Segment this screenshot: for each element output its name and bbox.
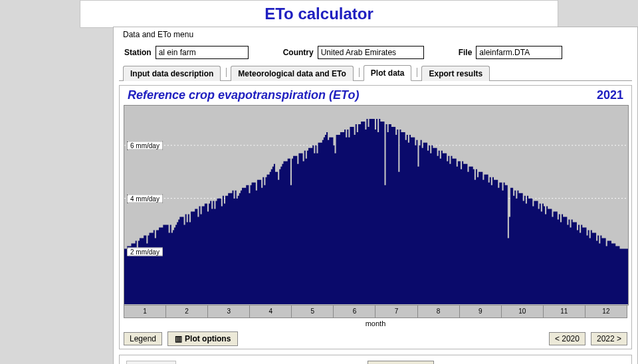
- month-cell: 4: [250, 306, 292, 318]
- tab-met-data[interactable]: Meteorological data and ETo: [231, 66, 353, 81]
- file-input[interactable]: [476, 46, 562, 59]
- window-title: Data and ETo menu: [119, 27, 632, 43]
- month-cell: 12: [585, 306, 627, 318]
- station-label: Station: [124, 48, 152, 57]
- tab-input-data[interactable]: Input data description: [123, 66, 221, 81]
- prev-year-button[interactable]: < 2020: [549, 332, 585, 345]
- plot-year: 2021: [597, 88, 623, 102]
- plot-header: Reference crop evapotranspiration (ETo) …: [124, 88, 627, 105]
- plot-button-row: Legend ▥Plot options < 2020 2022 >: [124, 331, 627, 346]
- month-cell: 7: [375, 306, 417, 318]
- plot-panel: Reference crop evapotranspiration (ETo) …: [119, 85, 632, 349]
- chart-svg: [124, 106, 628, 304]
- cancel-button[interactable]: ✕Cancel: [126, 361, 176, 364]
- next-year-button[interactable]: 2022 >: [591, 332, 627, 345]
- app-title: ETo calculator: [80, 5, 558, 23]
- month-cell: 11: [544, 306, 585, 318]
- x-axis-label: month: [124, 319, 627, 327]
- plot-title: Reference crop evapotranspiration (ETo): [128, 88, 359, 102]
- month-cell: 5: [292, 306, 334, 318]
- chart-icon: ▥: [175, 334, 182, 343]
- file-label: File: [459, 48, 473, 57]
- y-tick-label: 4 mm/day: [127, 195, 163, 203]
- dialog-footer: ✕Cancel ☞Main menu: [119, 355, 632, 364]
- app-banner: ETo calculator: [80, 0, 558, 28]
- legend-button[interactable]: Legend: [124, 332, 162, 345]
- month-cell: 9: [460, 306, 502, 318]
- info-fields: Station Country File: [119, 43, 632, 62]
- tab-plot-data[interactable]: Plot data: [364, 65, 412, 81]
- station-input[interactable]: [156, 46, 249, 59]
- month-cell: 1: [124, 306, 166, 318]
- month-axis-strip: 123456789101112: [124, 306, 627, 318]
- tab-strip: Input data description Meteorological da…: [119, 64, 632, 81]
- eto-chart: 2 mm/day4 mm/day6 mm/day: [124, 105, 629, 306]
- country-input[interactable]: [318, 46, 424, 59]
- month-cell: 8: [418, 306, 460, 318]
- month-cell: 6: [334, 306, 375, 318]
- tab-export[interactable]: Export results: [421, 66, 490, 81]
- month-cell: 2: [166, 306, 208, 318]
- plot-options-button[interactable]: ▥Plot options: [167, 331, 238, 346]
- y-tick-label: 2 mm/day: [127, 248, 163, 256]
- y-tick-label: 6 mm/day: [127, 141, 163, 150]
- month-cell: 10: [502, 306, 544, 318]
- country-label: Country: [283, 48, 314, 57]
- dialog-window: Data and ETo menu Station Country File I…: [113, 27, 638, 364]
- month-cell: 3: [208, 306, 250, 318]
- main-menu-button[interactable]: ☞Main menu: [368, 361, 434, 364]
